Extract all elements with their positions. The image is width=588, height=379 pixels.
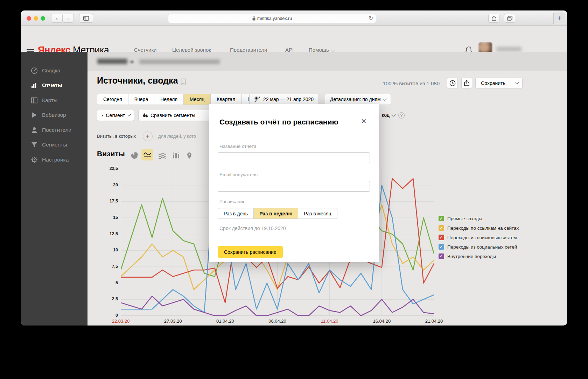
save-report-label: Сохранить bbox=[476, 80, 511, 86]
username-blurred[interactable] bbox=[496, 47, 522, 51]
sidebar-item-webvisor[interactable]: Вебвизор bbox=[21, 108, 88, 122]
compare-segments-button[interactable]: Сравнить сегменты bbox=[138, 110, 212, 121]
calendar-grid-icon bbox=[254, 96, 260, 102]
export-button[interactable] bbox=[461, 78, 472, 88]
schedule-label: Расписание bbox=[219, 199, 245, 204]
waves-icon bbox=[158, 152, 166, 159]
browser-toolbar: ‹ › metrika.yandex.ru ↻ + bbox=[21, 10, 567, 26]
tab-yesterday[interactable]: Вчера bbox=[128, 94, 155, 105]
legend-item-direct: Прямые заходы bbox=[439, 215, 482, 222]
y-tick-label: 15 bbox=[100, 215, 118, 220]
page-title: Источники, сводка bbox=[97, 76, 178, 86]
bar-chart-icon bbox=[31, 82, 38, 89]
date-range-button[interactable]: 22 мар — 21 апр 2020 bbox=[249, 94, 319, 105]
bookmark-icon[interactable] bbox=[181, 78, 186, 87]
account-chevron-blurred[interactable] bbox=[130, 60, 134, 63]
account-name-blurred[interactable] bbox=[97, 59, 127, 64]
widget-code-button-fragment[interactable]: код bbox=[382, 112, 394, 118]
app-header: Яндекс Метрика Счетчики Целевой звонок П… bbox=[21, 26, 567, 52]
filter-people-label: для людей, у кото bbox=[158, 134, 196, 139]
y-tick-label: 10 bbox=[100, 248, 118, 252]
option-weekly[interactable]: Раз в неделю bbox=[254, 208, 298, 219]
tab-quarter[interactable]: Квартал bbox=[211, 94, 241, 105]
save-dropdown-button[interactable] bbox=[511, 81, 522, 85]
report-name-input[interactable] bbox=[218, 152, 370, 163]
y-tick-label: 7,5 bbox=[100, 264, 118, 269]
date-range-label: 22 мар — 21 апр 2020 bbox=[263, 96, 314, 102]
layout-icon bbox=[31, 97, 38, 104]
tab-week[interactable]: Неделя bbox=[154, 94, 184, 105]
y-tick-label: 0 bbox=[100, 313, 118, 318]
browser-window: ‹ › metrika.yandex.ru ↻ + Яндекс Метрика… bbox=[21, 10, 567, 326]
chevron-down-icon bbox=[392, 113, 396, 116]
help-button[interactable]: ? bbox=[398, 112, 405, 119]
back-button[interactable]: ‹ bbox=[51, 14, 63, 23]
x-tick-label: 11.04.20 bbox=[317, 319, 342, 324]
tabs-icon bbox=[507, 16, 512, 21]
new-tab-button[interactable]: + bbox=[553, 13, 565, 24]
legend-checkbox-internal[interactable] bbox=[439, 253, 444, 259]
legend-checkbox-social[interactable] bbox=[439, 244, 444, 250]
line-chart-icon bbox=[144, 152, 151, 158]
tab-today[interactable]: Сегодня bbox=[97, 94, 128, 105]
close-window-button[interactable] bbox=[27, 16, 31, 21]
sidebar-item-settings[interactable]: Настройка bbox=[21, 153, 88, 167]
sidebar-item-summary[interactable]: Сводка bbox=[21, 64, 88, 78]
share-button[interactable] bbox=[488, 14, 499, 23]
save-schedule-button[interactable]: Сохранить расписание bbox=[218, 246, 283, 258]
dashboard-icon bbox=[31, 67, 38, 74]
recipient-email-label: Email получателя bbox=[219, 172, 258, 177]
chevron-down-icon bbox=[128, 113, 131, 116]
funnel-icon bbox=[31, 141, 38, 148]
sidebar-item-visitors[interactable]: Посетители bbox=[21, 123, 88, 137]
share-icon bbox=[492, 15, 496, 21]
option-daily[interactable]: Раз в день bbox=[218, 208, 254, 219]
legend-item-social: Переходы из социальных сетей bbox=[439, 244, 517, 250]
period-tabs: Сегодня Вчера Неделя Месяц Квартал Год bbox=[97, 94, 261, 105]
expiry-text: Срок действия до 19.10.2020 bbox=[219, 226, 286, 231]
sidebar-item-maps[interactable]: Карты bbox=[21, 93, 88, 107]
legend-checkbox-site-links[interactable] bbox=[439, 225, 444, 231]
legend-checkbox-search[interactable] bbox=[439, 235, 444, 240]
sidebar-item-reports[interactable]: Отчеты bbox=[21, 78, 88, 92]
x-tick-label: 01.04.20 bbox=[212, 319, 238, 324]
visits-section-title: Визиты bbox=[97, 150, 125, 158]
tabs-overview-button[interactable] bbox=[504, 14, 515, 23]
save-report-split-button[interactable]: Сохранить bbox=[475, 78, 523, 88]
close-icon[interactable]: × bbox=[359, 117, 368, 126]
schedule-frequency-group: Раз в день Раз в неделю Раз в месяц bbox=[218, 208, 337, 219]
divider bbox=[209, 240, 379, 240]
recipient-email-input[interactable] bbox=[218, 181, 370, 192]
droplets-icon bbox=[143, 113, 148, 118]
gear-icon bbox=[31, 156, 38, 163]
x-tick-label: 06.04.20 bbox=[265, 319, 290, 324]
detalization-button[interactable]: Детализация: по дням bbox=[325, 94, 391, 105]
tab-month[interactable]: Месяц bbox=[184, 94, 211, 105]
zoom-window-button[interactable] bbox=[41, 16, 45, 21]
chart-type-pie-button[interactable] bbox=[130, 151, 139, 160]
history-button[interactable] bbox=[447, 78, 458, 88]
address-bar[interactable]: metrika.yandex.ru ↻ bbox=[168, 14, 376, 23]
columns-icon bbox=[173, 152, 180, 159]
play-icon bbox=[31, 112, 38, 119]
counter-name-blurred[interactable] bbox=[139, 59, 220, 64]
add-filter-button[interactable]: + bbox=[143, 131, 153, 141]
padlock-icon bbox=[252, 16, 255, 21]
sidebar: Сводка Отчеты Карты Вебвизор Посетители … bbox=[21, 52, 88, 326]
url-text: metrika.yandex.ru bbox=[257, 16, 292, 21]
legend-item-search: Переходы из поисковых систем bbox=[439, 234, 517, 241]
legend-checkbox-direct[interactable] bbox=[439, 216, 444, 221]
chart-type-line-button[interactable] bbox=[141, 149, 153, 160]
option-monthly[interactable]: Раз в месяц bbox=[298, 208, 337, 219]
chart-type-map-button[interactable] bbox=[185, 151, 194, 160]
chart-type-stacked-button[interactable] bbox=[158, 151, 167, 160]
segment-button[interactable]: Сегмент bbox=[97, 110, 134, 121]
sidebar-item-segments[interactable]: Сегменты bbox=[21, 138, 88, 152]
forward-button[interactable]: › bbox=[62, 14, 74, 23]
reload-icon[interactable]: ↻ bbox=[369, 15, 373, 21]
chart-type-columns-button[interactable] bbox=[172, 151, 181, 160]
counter-breadcrumb-bar bbox=[88, 52, 567, 71]
minimize-window-button[interactable] bbox=[34, 16, 38, 21]
sidebar-toggle-button[interactable] bbox=[79, 14, 93, 23]
x-tick-label: 16.04.20 bbox=[369, 319, 394, 324]
